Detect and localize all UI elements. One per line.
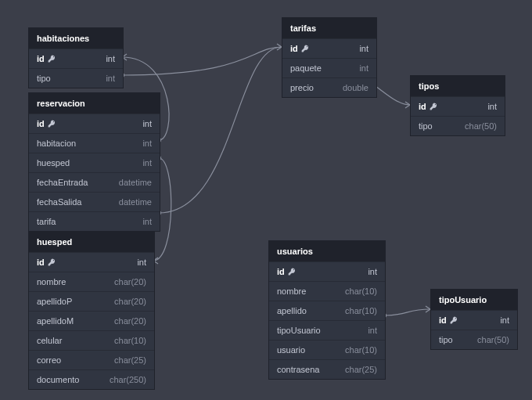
column-row: tarifaint (29, 211, 160, 231)
key-icon (430, 103, 437, 110)
key-icon (301, 45, 309, 52)
table-header: tipoUsuario (431, 290, 517, 310)
column-row: id int (431, 310, 517, 330)
column-row: tipoUsuarioint (269, 320, 385, 340)
table-header: huesped (29, 232, 154, 252)
table-tarifas[interactable]: tarifas id int paqueteint preciodouble (282, 17, 377, 98)
column-row: usuariochar(10) (269, 340, 385, 359)
table-header: usuarios (269, 241, 385, 261)
column-row: id int (269, 261, 385, 281)
table-tipoUsuario[interactable]: tipoUsuario id int tipochar(50) (430, 289, 518, 350)
column-row: tipo int (29, 68, 123, 88)
table-header: reservacion (29, 93, 160, 114)
key-icon (288, 268, 296, 276)
table-header: tipos (411, 76, 505, 96)
table-habitaciones[interactable]: habitaciones id int tipo int (28, 27, 124, 88)
column-row: id int (282, 38, 376, 58)
column-row: preciodouble (282, 77, 376, 97)
key-icon (48, 55, 56, 63)
column-row: id int (411, 96, 505, 116)
column-row: celularchar(10) (29, 330, 154, 350)
table-reservacion[interactable]: reservacion id int habitacionint huesped… (28, 92, 160, 232)
column-row: id int (29, 49, 123, 68)
column-row: tipochar(50) (431, 330, 517, 349)
key-icon (48, 120, 56, 128)
column-row: id int (29, 114, 160, 133)
column-row: id int (29, 252, 154, 272)
column-row: apellidoMchar(20) (29, 311, 154, 330)
column-row: correochar(25) (29, 350, 154, 369)
column-row: fechaEntradadatetime (29, 172, 160, 192)
column-row: tipochar(50) (411, 116, 505, 135)
column-row: paqueteint (282, 58, 376, 77)
table-huesped[interactable]: huesped id int nombrechar(20) apellidoPc… (28, 231, 155, 390)
column-row: fechaSalidadatetime (29, 192, 160, 211)
column-row: apellidochar(10) (269, 301, 385, 320)
column-row: huespedint (29, 153, 160, 172)
table-usuarios[interactable]: usuarios id int nombrechar(10) apellidoc… (268, 240, 386, 380)
column-row: nombrechar(20) (29, 272, 154, 291)
column-row: contrasenachar(25) (269, 359, 385, 379)
key-icon (48, 258, 56, 266)
column-row: habitacionint (29, 133, 160, 153)
column-row: apellidoPchar(20) (29, 291, 154, 311)
table-tipos[interactable]: tipos id int tipochar(50) (410, 75, 505, 136)
table-header: tarifas (282, 18, 376, 38)
table-header: habitaciones (29, 28, 123, 49)
key-icon (450, 316, 458, 324)
column-row: nombrechar(10) (269, 281, 385, 301)
column-row: documentochar(250) (29, 369, 154, 389)
